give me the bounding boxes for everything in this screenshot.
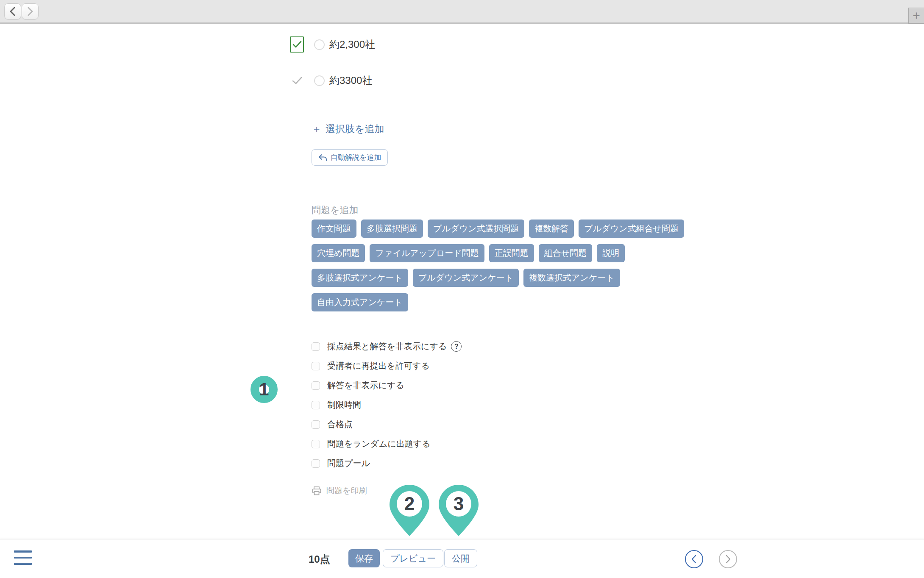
quiz-editor-screen: + 約2,300社 [0, 0, 924, 578]
setting-row: 受講者に再提出を許可する [312, 360, 462, 372]
choice-row: 約3300社 [290, 72, 375, 89]
question-type-button[interactable]: 正誤問題 [489, 244, 534, 262]
setting-checkbox[interactable] [312, 401, 320, 409]
choice-row: 約2,300社 [290, 36, 375, 53]
question-type-button[interactable]: 作文問題 [312, 220, 356, 238]
setting-checkbox[interactable] [312, 440, 320, 448]
setting-checkbox[interactable] [312, 362, 320, 370]
question-type-button[interactable]: 穴埋め問題 [312, 244, 365, 262]
correct-answer-checkbox-checked[interactable] [290, 36, 304, 53]
question-type-button[interactable]: 組合せ問題 [539, 244, 592, 262]
marker-number: 1 [259, 379, 269, 400]
chevron-right-icon [724, 555, 732, 564]
add-question-heading: 問題を追加 [312, 204, 359, 217]
setting-label: 問題をランダムに出題する [327, 438, 431, 450]
setting-row: 問題をランダムに出題する [312, 438, 462, 450]
printer-icon [312, 486, 322, 496]
setting-label: 合格点 [327, 419, 353, 430]
chevron-left-icon [690, 555, 698, 564]
question-type-button[interactable]: 複数解答 [529, 220, 574, 238]
choice-list: 約2,300社 約3300社 [290, 36, 375, 89]
annotation-marker-1: 1 [250, 376, 278, 403]
choice-radio-button[interactable] [314, 75, 325, 86]
setting-row: 採点結果と解答を非表示にする ? [312, 340, 462, 353]
help-icon[interactable]: ? [451, 341, 462, 352]
chevron-right-icon [26, 7, 34, 16]
menu-icon [14, 563, 32, 565]
next-question-button[interactable] [719, 550, 737, 568]
setting-checkbox[interactable] [312, 342, 320, 351]
prev-question-button[interactable] [685, 550, 703, 568]
question-type-button[interactable]: プルダウン式組合せ問題 [579, 220, 684, 238]
question-type-button[interactable]: 多肢選択問題 [361, 220, 423, 238]
setting-row: 問題プール [312, 457, 462, 470]
question-type-button[interactable]: 自由入力式アンケート [312, 293, 408, 311]
choice-radio-button[interactable] [314, 39, 325, 50]
marker-number: 2 [404, 493, 415, 514]
marker-number: 3 [454, 493, 464, 514]
auto-explanation-label: 自動解説を追加 [331, 153, 381, 162]
menu-icon [14, 557, 32, 559]
setting-checkbox[interactable] [312, 381, 320, 390]
plus-icon: ＋ [312, 122, 322, 136]
quiz-settings-list: 採点結果と解答を非表示にする ? 受講者に再提出を許可する 解答を非表示にする … [312, 340, 462, 470]
new-tab-button[interactable]: + [908, 8, 924, 24]
setting-row: 解答を非表示にする [312, 379, 462, 392]
undo-arrow-icon [318, 154, 327, 161]
menu-button[interactable] [14, 550, 32, 566]
menu-icon [14, 550, 32, 553]
publish-button[interactable]: 公開 [444, 549, 477, 567]
save-button[interactable]: 保存 [348, 549, 380, 567]
setting-label: 制限時間 [327, 399, 361, 411]
question-type-button[interactable]: プルダウン式選択問題 [428, 220, 524, 238]
annotation-marker-3: 3 [438, 484, 479, 537]
auto-explanation-button[interactable]: 自動解説を追加 [312, 149, 388, 166]
add-choice-link[interactable]: ＋ 選択肢を追加 [312, 122, 384, 136]
print-questions-link[interactable]: 問題を印刷 [312, 485, 367, 496]
browser-toolbar: + [0, 0, 924, 24]
setting-checkbox[interactable] [312, 420, 320, 429]
browser-forward-button[interactable] [22, 3, 39, 19]
setting-label: 受講者に再提出を許可する [327, 360, 430, 372]
setting-label: 採点結果と解答を非表示にする [327, 341, 447, 352]
question-type-button[interactable]: 説明 [597, 244, 625, 262]
chevron-left-icon [9, 7, 17, 16]
browser-back-button[interactable] [4, 3, 21, 19]
check-icon [292, 77, 302, 85]
preview-button[interactable]: プレビュー [383, 549, 443, 567]
setting-label: 問題プール [327, 458, 370, 469]
choice-label: 約3300社 [329, 74, 372, 87]
question-type-button[interactable]: ファイルアップロード問題 [370, 244, 484, 262]
choice-label: 約2,300社 [329, 38, 375, 51]
setting-row: 制限時間 [312, 399, 462, 411]
question-type-button[interactable]: プルダウン式アンケート [413, 269, 519, 287]
setting-checkbox[interactable] [312, 459, 320, 468]
print-questions-label: 問題を印刷 [326, 485, 367, 496]
question-type-buttons: 作文問題 多肢選択問題 プルダウン式選択問題 複数解答 プルダウン式組合せ問題 … [312, 220, 714, 311]
setting-row: 合格点 [312, 418, 462, 431]
check-icon [292, 41, 302, 48]
question-type-button[interactable]: 複数選択式アンケート [523, 269, 620, 287]
setting-label: 解答を非表示にする [327, 380, 404, 391]
question-type-button[interactable]: 多肢選択式アンケート [312, 269, 408, 287]
points-value: 10点 [309, 553, 330, 566]
add-choice-label: 選択肢を追加 [326, 122, 384, 136]
correct-answer-check-muted[interactable] [292, 77, 302, 85]
annotation-marker-2: 2 [389, 484, 430, 537]
